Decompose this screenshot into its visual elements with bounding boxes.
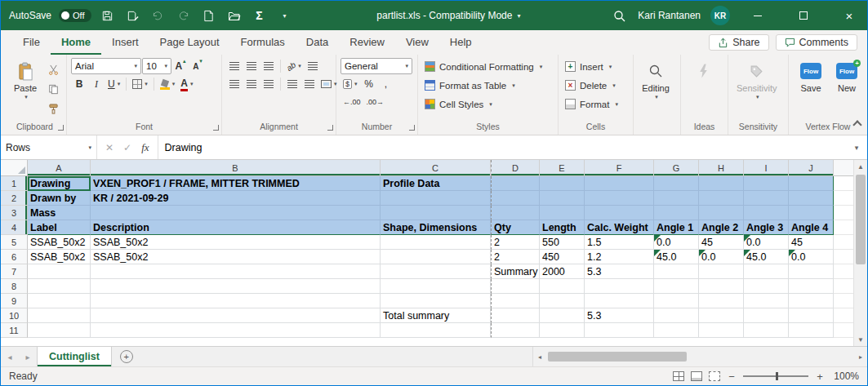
cell-I2[interactable]	[744, 191, 789, 206]
insert-function-button[interactable]: fx	[141, 141, 149, 154]
search-icon[interactable]	[610, 6, 628, 25]
cell-C8[interactable]	[381, 279, 491, 294]
cell-F11[interactable]	[585, 323, 654, 338]
cell-H6[interactable]: 0.0	[699, 250, 744, 264]
comma-style-button[interactable]: ,	[378, 76, 394, 92]
sheet-nav-left-icon[interactable]: ◂	[1, 347, 19, 366]
tab-insert[interactable]: Insert	[101, 30, 149, 55]
percent-style-button[interactable]: %	[361, 76, 377, 92]
cell-A1[interactable]: Drawing	[28, 176, 91, 191]
comments-button[interactable]: Comments	[776, 34, 857, 51]
cell-C10[interactable]: Total summary	[381, 308, 491, 323]
zoom-level[interactable]: 100%	[831, 370, 859, 382]
clipboard-dialog-launcher[interactable]	[58, 125, 64, 131]
window-title-area[interactable]: partlist.xls - Compatibility Mode ▾	[294, 10, 604, 21]
column-header-D[interactable]: D	[491, 160, 540, 176]
cell-C3[interactable]	[381, 206, 491, 220]
column-header-B[interactable]: B	[91, 160, 381, 176]
cell-H3[interactable]	[699, 206, 744, 220]
row-header-8[interactable]: 8	[1, 279, 28, 294]
tab-formulas[interactable]: Formulas	[230, 30, 296, 55]
increase-decimal-button[interactable]: ←.00	[341, 94, 363, 110]
sheet-nav-right-icon[interactable]: ▸	[19, 347, 37, 366]
zoom-slider-thumb[interactable]	[776, 372, 778, 380]
cut-button[interactable]	[45, 61, 61, 78]
cell-C4[interactable]: Shape, Dimensions	[381, 220, 491, 235]
align-right-button[interactable]	[260, 76, 277, 92]
cell-I6[interactable]: 45.0	[744, 250, 789, 264]
cell-A7[interactable]	[28, 264, 91, 279]
cell-G11[interactable]	[654, 323, 699, 338]
align-center-button[interactable]	[243, 76, 260, 92]
cell-E8[interactable]	[540, 279, 585, 294]
cell-A11[interactable]	[28, 323, 91, 338]
cell-D11[interactable]	[491, 323, 540, 338]
cell-B8[interactable]	[91, 279, 381, 294]
cell-D7[interactable]: Summary	[491, 264, 540, 279]
cell-H1[interactable]	[699, 176, 744, 191]
minimize-button[interactable]	[740, 1, 776, 30]
close-button[interactable]: ×	[831, 1, 867, 30]
horizontal-scroll-track[interactable]	[546, 350, 854, 363]
cell-E2[interactable]	[540, 191, 585, 206]
name-box[interactable]: Rows ▾	[1, 135, 97, 159]
horizontal-scrollbar[interactable]: ◂ ▸	[532, 347, 867, 366]
cell-E5[interactable]: 550	[540, 235, 585, 250]
cell-B4[interactable]: Description	[91, 220, 381, 235]
row-header-10[interactable]: 10	[1, 308, 28, 323]
cell-H2[interactable]	[699, 191, 744, 206]
cell-G3[interactable]	[654, 206, 699, 220]
row-header-1[interactable]: 1	[1, 176, 28, 191]
cell-F8[interactable]	[585, 279, 654, 294]
cell-A3[interactable]: Mass	[28, 206, 91, 220]
cell-H9[interactable]	[699, 294, 744, 308]
cell-B3[interactable]	[91, 206, 381, 220]
sheet-tab-cuttinglist[interactable]: Cuttinglist	[37, 347, 112, 366]
cell-A9[interactable]	[28, 294, 91, 308]
cell-F10[interactable]: 5.3	[585, 308, 654, 323]
cell-E3[interactable]	[540, 206, 585, 220]
autosum-icon[interactable]: Σ	[251, 6, 269, 25]
alignment-dialog-launcher[interactable]	[327, 125, 333, 131]
font-size-select[interactable]: 10▾	[142, 58, 171, 74]
format-cells-button[interactable]: Format▾	[563, 95, 621, 113]
cell-D4[interactable]: Qty	[491, 220, 540, 235]
bold-button[interactable]: B	[71, 76, 87, 92]
font-color-button[interactable]: A▾	[178, 76, 195, 92]
cell-D3[interactable]	[491, 206, 540, 220]
open-file-icon[interactable]	[225, 6, 243, 25]
column-header-A[interactable]: A	[28, 160, 91, 176]
cell-H8[interactable]	[699, 279, 744, 294]
select-all-button[interactable]	[1, 160, 28, 176]
save-as-icon[interactable]	[124, 6, 142, 25]
zoom-in-button[interactable]: +	[815, 370, 825, 383]
row-header-6[interactable]: 6	[1, 250, 28, 264]
cell-F5[interactable]: 1.5	[585, 235, 654, 250]
scroll-right-icon[interactable]: ▸	[854, 350, 867, 363]
cell-H11[interactable]	[699, 323, 744, 338]
align-bottom-button[interactable]	[260, 58, 277, 74]
row-header-9[interactable]: 9	[1, 294, 28, 308]
cell-H7[interactable]	[699, 264, 744, 279]
orientation-button[interactable]: ab▾	[284, 58, 304, 74]
zoom-slider[interactable]	[743, 375, 808, 377]
redo-icon[interactable]	[175, 6, 193, 25]
cell-D2[interactable]	[491, 191, 540, 206]
cell-J1[interactable]	[789, 176, 834, 191]
cell-B7[interactable]	[91, 264, 381, 279]
cell-C5[interactable]	[381, 235, 491, 250]
conditional-formatting-button[interactable]: Conditional Formatting▾	[422, 58, 545, 75]
cell-E6[interactable]: 450	[540, 250, 585, 264]
fill-color-button[interactable]: ▾	[158, 76, 178, 92]
cell-C6[interactable]	[381, 250, 491, 264]
format-painter-button[interactable]	[45, 100, 61, 117]
horizontal-scroll-thumb[interactable]	[548, 352, 687, 362]
cell-J4[interactable]: Angle 4	[789, 220, 834, 235]
cell-G5[interactable]: 0.0	[654, 235, 699, 250]
cell-D9[interactable]	[491, 294, 540, 308]
font-family-select[interactable]: Arial▾	[71, 58, 141, 74]
insert-cells-button[interactable]: Insert▾	[563, 58, 614, 75]
cell-G6[interactable]: 45.0	[654, 250, 699, 264]
flow-save-button[interactable]: Flow Save	[793, 58, 829, 94]
new-sheet-button[interactable]: +	[120, 350, 133, 363]
